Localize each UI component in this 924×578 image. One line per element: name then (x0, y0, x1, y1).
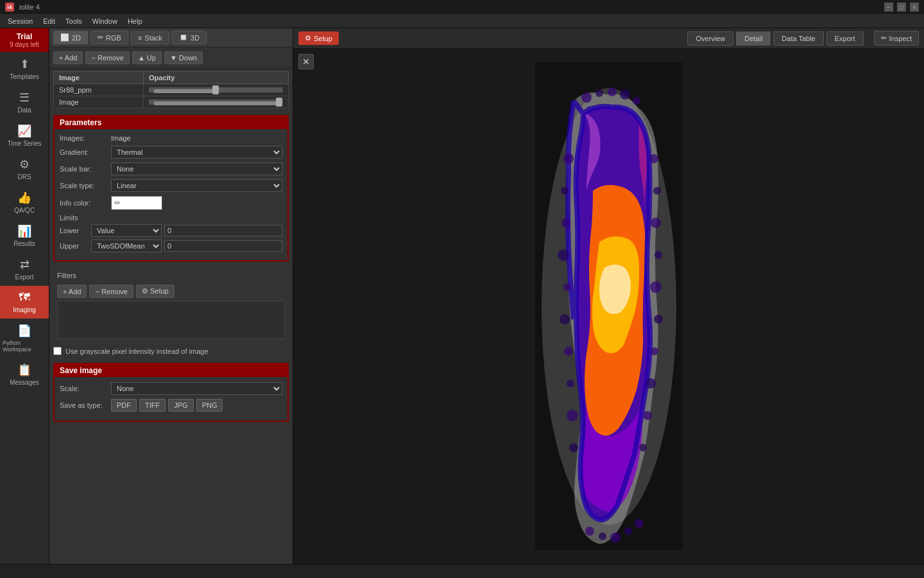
mode-tabs: ⬜ 2D ✏ RGB ≡ Stack 🔲 3D (49, 28, 293, 48)
menu-item-edit[interactable]: Edit (38, 16, 60, 26)
export-icon: ⇄ (20, 258, 30, 272)
gradient-select[interactable]: Thermal Viridis Plasma Magma Rainbow (111, 146, 282, 159)
maximize-button[interactable]: □ (897, 3, 906, 12)
save-as-label: Save as type: (60, 401, 111, 409)
info-color-picker[interactable]: ✏ (111, 196, 162, 210)
opacity-thumb-sr88[interactable] (212, 85, 219, 94)
thermal-image (535, 62, 683, 550)
stack-controls: + Add − Remove ▲ Up ▼ Down (49, 48, 293, 69)
filters-setup-button[interactable]: ⚙ Setup (136, 285, 175, 298)
upper-limit-row: Upper TwoSDOfMean Max Percentile Value (60, 240, 282, 252)
image-col-header: Image (54, 72, 144, 83)
svg-point-16 (650, 281, 662, 293)
image-viewer: ✕ (293, 49, 924, 564)
trial-label: Trial (3, 32, 46, 41)
sidebar-label-python: Python Workspace (3, 340, 46, 353)
tab-overview[interactable]: Overview (687, 31, 733, 46)
add-button[interactable]: + Add (53, 51, 83, 64)
gradient-row: Gradient: Thermal Viridis Plasma Magma R… (60, 146, 282, 159)
sidebar-item-export[interactable]: ⇄ Export (0, 252, 49, 286)
parameters-body: Images: Image Gradient: Thermal Viridis … (55, 129, 287, 260)
save-pdf-button[interactable]: PDF (111, 399, 137, 412)
tab-detail[interactable]: Detail (736, 31, 771, 46)
opacity-container-image[interactable] (144, 98, 288, 107)
svg-point-24 (608, 87, 617, 96)
sidebar-item-drs[interactable]: ⚙ DRS (0, 152, 49, 186)
sidebar-label-messages: Messages (10, 379, 39, 386)
sidebar-label-data: Data (17, 107, 31, 114)
2d-icon: ⬜ (60, 33, 69, 42)
close-button[interactable]: × (910, 3, 919, 12)
upper-type-select[interactable]: TwoSDOfMean Max Percentile Value (91, 240, 162, 252)
tab-2d[interactable]: ⬜ 2D (53, 31, 88, 44)
row-name-image: Image (54, 96, 144, 108)
up-button[interactable]: ▲ Up (132, 51, 162, 64)
sidebar-item-data[interactable]: ☰ Data (0, 85, 49, 119)
opacity-bar-sr88[interactable] (149, 87, 283, 92)
save-type-row: Save as type: PDF TIFF JPG PNG (60, 399, 282, 412)
opacity-container-sr88[interactable] (144, 85, 288, 94)
minimize-button[interactable]: − (884, 3, 893, 12)
tab-stack[interactable]: ≡ Stack (131, 31, 169, 44)
sidebar-label-results: Results (13, 240, 35, 247)
row-name-sr88: Sr88_ppm (54, 84, 144, 96)
menu-item-tools[interactable]: Tools (60, 16, 87, 26)
close-view-button[interactable]: ✕ (298, 54, 314, 69)
svg-point-8 (564, 347, 573, 356)
tab-datatable[interactable]: Data Table (773, 31, 823, 46)
opacity-fill-sr88 (154, 89, 216, 93)
svg-point-23 (595, 89, 603, 97)
tab-rgb[interactable]: ✏ RGB (90, 31, 128, 44)
nav-tabs: Overview Detail Data Table Export (687, 31, 863, 46)
imaging-icon: 🗺 (19, 291, 30, 304)
sidebar-item-python[interactable]: 📄 Python Workspace (0, 319, 49, 358)
upper-label: Upper (60, 242, 89, 250)
upper-value-input[interactable] (164, 240, 282, 252)
sidebar-item-timeseries[interactable]: 📈 Time Series (0, 119, 49, 152)
scale-bar-label: Scale bar: (60, 165, 111, 173)
save-png-button[interactable]: PNG (196, 399, 223, 412)
grayscale-checkbox[interactable] (53, 347, 62, 355)
svg-point-9 (567, 380, 574, 387)
svg-point-19 (646, 378, 656, 389)
svg-point-2 (563, 153, 574, 164)
opacity-bar-image[interactable] (149, 100, 283, 105)
filters-add-button[interactable]: + Add (57, 285, 87, 298)
svg-point-10 (567, 410, 578, 421)
tab-export[interactable]: Export (826, 31, 864, 46)
lower-type-select[interactable]: Value Percentile Min (91, 224, 162, 237)
scale-type-label: Scale type: (60, 182, 111, 189)
opacity-thumb-image[interactable] (276, 98, 282, 107)
sidebar-label-imaging: Imaging (13, 306, 36, 313)
setup-tab[interactable]: ⚙ Setup (298, 31, 339, 45)
image-list: Image Opacity Sr88_ppm Image (49, 69, 293, 111)
remove-button[interactable]: − Remove (85, 51, 129, 64)
scale-select[interactable]: None 1x 2x 4x (111, 382, 282, 395)
sidebar-item-results[interactable]: 📊 Results (0, 219, 49, 252)
menu-item-session[interactable]: Session (3, 16, 38, 26)
scale-type-row: Scale type: Linear Log Square Root (60, 179, 282, 192)
menu-item-window[interactable]: Window (87, 16, 123, 26)
lower-value-input[interactable] (164, 225, 282, 236)
sidebar-item-imaging[interactable]: 🗺 Imaging (0, 286, 49, 319)
svg-point-14 (651, 218, 661, 228)
scale-bar-select[interactable]: None Top Left Top Right (111, 162, 282, 175)
save-jpg-button[interactable]: JPG (168, 399, 193, 412)
scale-type-select[interactable]: Linear Log Square Root (111, 179, 282, 192)
trial-badge[interactable]: Trial 9 days left (0, 28, 49, 52)
sidebar-item-messages[interactable]: 📋 Messages (0, 358, 49, 391)
sidebar-item-templates[interactable]: ⬆ Templates (0, 52, 49, 85)
svg-point-30 (624, 527, 632, 535)
timeseries-icon: 📈 (17, 124, 31, 138)
sidebar-label-qaqc: QA/QC (14, 207, 35, 214)
filters-remove-button[interactable]: − Remove (89, 285, 133, 298)
menu-item-help[interactable]: Help (123, 16, 148, 26)
down-button[interactable]: ▼ Down (164, 51, 203, 64)
save-tiff-button[interactable]: TIFF (139, 399, 166, 412)
sidebar-label-export: Export (15, 274, 34, 281)
sidebar-item-qaqc[interactable]: 👍 QA/QC (0, 186, 49, 219)
inspect-button[interactable]: ✏ Inspect (874, 31, 919, 46)
svg-point-20 (643, 411, 652, 420)
save-section-body: Scale: None 1x 2x 4x Save as type: PDF T… (55, 377, 287, 421)
tab-3d[interactable]: 🔲 3D (172, 31, 207, 44)
